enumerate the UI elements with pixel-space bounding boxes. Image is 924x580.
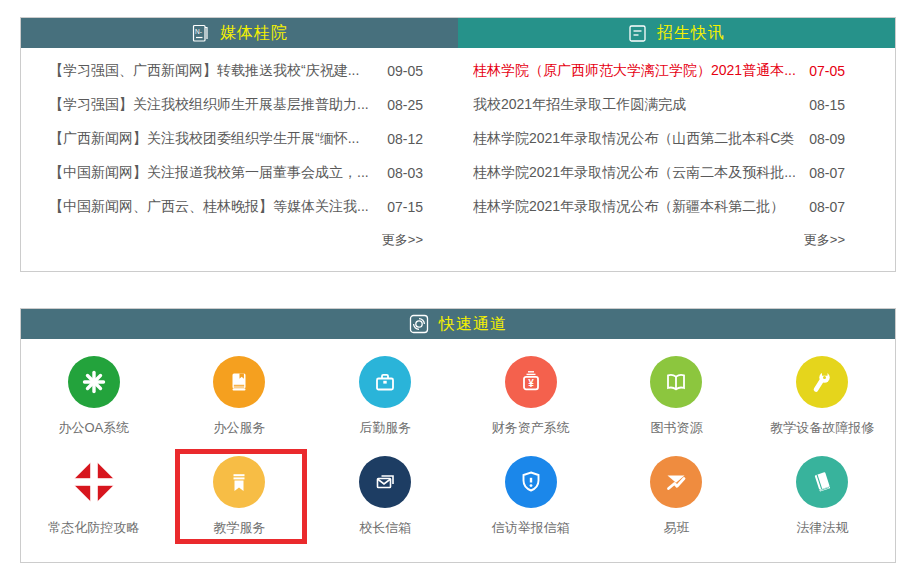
quick-item-library[interactable]: 图书资源 bbox=[604, 356, 750, 437]
quick-item-laws[interactable]: 法律法规 bbox=[749, 456, 895, 537]
quick-item-teaching-services[interactable]: 教学服务 bbox=[167, 456, 313, 537]
news-item: 【广西新闻网】关注我校团委组织学生开展“缅怀... 08-12 bbox=[21, 122, 458, 156]
pinwheel-icon bbox=[68, 356, 120, 408]
news-date: 08-25 bbox=[387, 97, 423, 113]
news-item: 我校2021年招生录取工作圆满完成 08-15 bbox=[458, 88, 895, 122]
admissions-news-list: 桂林学院（原广西师范大学漓江学院）2021普通本... 07-05 我校2021… bbox=[458, 48, 895, 256]
news-item: 桂林学院2021年录取情况公布（山西第二批本科C类... 08-09 bbox=[458, 122, 895, 156]
news-link[interactable]: 【中国新闻网、广西云、桂林晚报】等媒体关注我... bbox=[49, 198, 373, 216]
news-date: 08-07 bbox=[809, 165, 845, 181]
news-link[interactable]: 【学习强国、广西新闻网】转载推送我校“庆祝建... bbox=[49, 62, 373, 80]
news-link[interactable]: 我校2021年招生录取工作圆满完成 bbox=[473, 96, 795, 114]
media-more-link[interactable]: 更多>> bbox=[382, 231, 423, 249]
quick-item-label: 易班 bbox=[663, 519, 689, 537]
quick-item-logistics[interactable]: 后勤服务 bbox=[312, 356, 458, 437]
bulletin-icon bbox=[628, 24, 647, 43]
envelope-check-icon bbox=[650, 456, 702, 508]
quick-item-covid-guide[interactable]: 常态化防控攻略 bbox=[21, 456, 167, 537]
book-icon bbox=[213, 356, 265, 408]
medical-cross-icon bbox=[68, 456, 120, 508]
quick-access-row-1: 办公OA系统 办公服务 后勤 bbox=[21, 339, 895, 437]
mail-icon bbox=[359, 456, 411, 508]
news-date: 08-12 bbox=[387, 131, 423, 147]
media-news-title: 媒体桂院 bbox=[220, 23, 288, 44]
news-date: 07-05 bbox=[809, 63, 845, 79]
news-link[interactable]: 【学习强国】关注我校组织师生开展基层推普助力... bbox=[49, 96, 373, 114]
admissions-news-title: 招生快讯 bbox=[657, 23, 725, 44]
quick-item-petition-mailbox[interactable]: 信访举报信箱 bbox=[458, 456, 604, 537]
news-headers: N- 媒体桂院 招生快讯 bbox=[21, 18, 895, 48]
newspaper-icon: N- bbox=[191, 24, 210, 43]
media-news-list: 【学习强国、广西新闻网】转载推送我校“庆祝建... 09-05 【学习强国】关注… bbox=[21, 48, 458, 256]
wallet-yuan-icon: ¥ bbox=[505, 356, 557, 408]
tab-media-news[interactable]: N- 媒体桂院 bbox=[21, 18, 458, 48]
briefcase-icon bbox=[359, 356, 411, 408]
news-item: 【中国新闻网、广西云、桂林晚报】等媒体关注我... 07-15 bbox=[21, 190, 458, 224]
quick-item-label: 常态化防控攻略 bbox=[48, 519, 139, 537]
news-item: 桂林学院2021年录取情况公布（新疆本科第二批） 08-07 bbox=[458, 190, 895, 224]
quick-item-label: 校长信箱 bbox=[359, 519, 411, 537]
quick-item-label: 教学设备故障报修 bbox=[770, 419, 874, 437]
news-date: 08-07 bbox=[809, 199, 845, 215]
shutter-icon bbox=[409, 314, 429, 334]
tilted-book-icon bbox=[796, 456, 848, 508]
news-date: 08-15 bbox=[809, 97, 845, 113]
news-link[interactable]: 【广西新闻网】关注我校团委组织学生开展“缅怀... bbox=[49, 130, 373, 148]
quick-item-label: 后勤服务 bbox=[359, 419, 411, 437]
svg-text:N-: N- bbox=[195, 27, 202, 34]
news-link[interactable]: 桂林学院2021年录取情况公布（山西第二批本科C类... bbox=[473, 130, 795, 148]
news-item: 【中国新闻网】关注报道我校第一届董事会成立，... 08-03 bbox=[21, 156, 458, 190]
quick-item-office-services[interactable]: 办公服务 bbox=[167, 356, 313, 437]
bookmark-icon bbox=[213, 456, 265, 508]
quick-item-equipment-repair[interactable]: 教学设备故障报修 bbox=[749, 356, 895, 437]
quick-item-oa-system[interactable]: 办公OA系统 bbox=[21, 356, 167, 437]
news-section: N- 媒体桂院 招生快讯 【学习强国、广西新闻网】转载推送我校“庆祝建... bbox=[20, 17, 896, 272]
admissions-more-link[interactable]: 更多>> bbox=[804, 231, 845, 249]
quick-item-label: 办公OA系统 bbox=[58, 419, 129, 437]
quick-item-label: 教学服务 bbox=[213, 519, 265, 537]
quick-item-label: 法律法规 bbox=[796, 519, 848, 537]
quick-item-label: 信访举报信箱 bbox=[492, 519, 570, 537]
news-link[interactable]: 桂林学院2021年录取情况公布（云南二本及预科批... bbox=[473, 164, 795, 182]
news-date: 07-15 bbox=[387, 199, 423, 215]
news-item: 【学习强国】关注我校组织师生开展基层推普助力... 08-25 bbox=[21, 88, 458, 122]
news-item: 【学习强国、广西新闻网】转载推送我校“庆祝建... 09-05 bbox=[21, 54, 458, 88]
tab-admissions-news[interactable]: 招生快讯 bbox=[458, 18, 895, 48]
news-link[interactable]: 桂林学院（原广西师范大学漓江学院）2021普通本... bbox=[473, 62, 795, 80]
news-item: 桂林学院2021年录取情况公布（云南二本及预科批... 08-07 bbox=[458, 156, 895, 190]
shield-alert-icon bbox=[505, 456, 557, 508]
news-date: 09-05 bbox=[387, 63, 423, 79]
open-book-icon bbox=[650, 356, 702, 408]
quick-item-label: 办公服务 bbox=[213, 419, 265, 437]
quick-item-yiban[interactable]: 易班 bbox=[604, 456, 750, 537]
svg-text:¥: ¥ bbox=[528, 378, 534, 389]
quick-item-finance-system[interactable]: ¥ 财务资产系统 bbox=[458, 356, 604, 437]
news-date: 08-03 bbox=[387, 165, 423, 181]
news-date: 08-09 bbox=[809, 131, 845, 147]
quick-item-label: 图书资源 bbox=[650, 419, 702, 437]
quick-access-row-2: 常态化防控攻略 教学服务 校长信箱 bbox=[21, 437, 895, 537]
quick-item-label: 财务资产系统 bbox=[492, 419, 570, 437]
news-item: 桂林学院（原广西师范大学漓江学院）2021普通本... 07-05 bbox=[458, 54, 895, 88]
news-link[interactable]: 【中国新闻网】关注报道我校第一届董事会成立，... bbox=[49, 164, 373, 182]
quick-access-section: 快速通道 办公OA系统 办公服务 bbox=[20, 308, 896, 563]
news-link[interactable]: 桂林学院2021年录取情况公布（新疆本科第二批） bbox=[473, 198, 795, 216]
quick-access-header: 快速通道 bbox=[21, 309, 895, 339]
quick-access-title: 快速通道 bbox=[439, 314, 507, 335]
wrench-icon bbox=[796, 356, 848, 408]
quick-item-president-mailbox[interactable]: 校长信箱 bbox=[312, 456, 458, 537]
